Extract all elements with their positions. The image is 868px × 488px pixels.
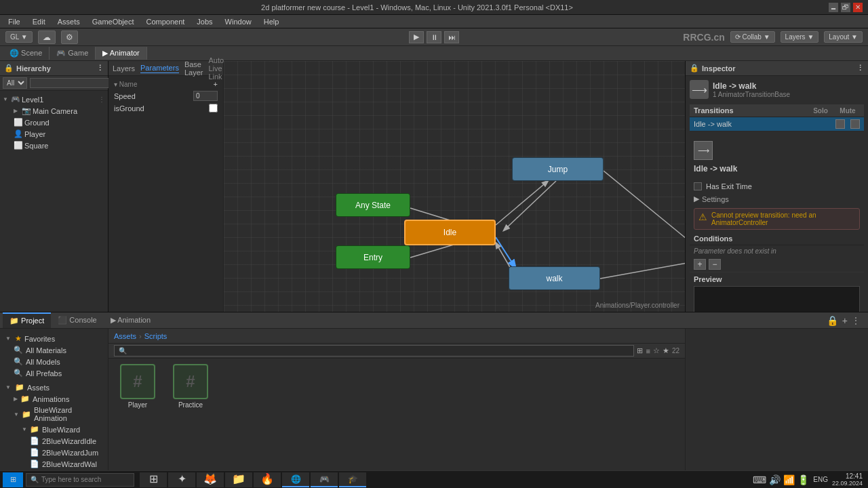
walk-file[interactable]: 📄 2BlueWizardWal [3,458,105,470]
animations-folder[interactable]: ▶ 📁 Animations [3,393,105,405]
mute-checkbox[interactable] [850,119,860,129]
all-prefabs-item[interactable]: 🔍 All Prefabs [3,367,105,379]
hierarchy-item-ground[interactable]: ⬜ Ground [0,117,108,128]
jump-file[interactable]: 📄 2BlueWizardJum [3,447,105,458]
taskbar-search[interactable]: 🔍 Type here to search [26,473,134,487]
state-any-state[interactable]: Any State [336,193,410,217]
hierarchy-dropdown[interactable]: All [3,77,27,89]
taskbar-app-explorer[interactable]: ⊞ [140,472,167,487]
taskbar-app-special[interactable]: ✦ [168,472,195,487]
maximize-button[interactable]: 🗗 [841,3,850,12]
transition-name: Idle -> walk [713,81,790,91]
tray-icon4[interactable]: 🔋 [797,474,809,485]
settings-row[interactable]: ▶ Settings [690,192,864,205]
level1-menu[interactable]: ⋮ [98,96,105,103]
has-exit-checkbox[interactable] [694,182,702,190]
hierarchy-item-level1[interactable]: ▼ 🎮 Level1 ⋮ [0,94,108,105]
settings-button[interactable]: ⚙ [61,30,78,44]
close-button[interactable]: ✕ [853,3,863,12]
view-icon2[interactable]: ≡ [646,347,650,355]
state-idle[interactable]: Idle [404,220,496,245]
add-condition-btn[interactable]: + [694,259,706,270]
bluewizard-anim-folder[interactable]: ▼ 📁 BlueWizard Animation [3,405,105,424]
file-practice[interactable]: # Practice [167,364,214,409]
project-search-input[interactable] [114,345,634,357]
favorites-header[interactable]: ▼ ★ Favorites [3,333,105,344]
transitions-header[interactable]: Transitions Solo Mute [690,104,864,117]
anim-arrow: ▶ [14,396,18,402]
taskbar-app-fire[interactable]: 🔥 [254,472,281,487]
start-button[interactable]: ⊞ [3,472,23,487]
parameters-tab[interactable]: Parameters [140,64,179,73]
pause-button[interactable]: ⏸ [427,31,441,43]
ground-icon: ⬜ [14,118,23,127]
filter-icon[interactable]: ☆ [653,346,660,355]
tray-icon1[interactable]: ⌨ [753,474,766,485]
taskbar-app-chrome[interactable]: 🌐 [282,472,309,487]
tab-project[interactable]: 📁 Project [3,312,51,328]
gl-button[interactable]: GL ▼ [5,31,33,43]
remove-condition-btn[interactable]: − [709,259,721,270]
state-walk[interactable]: walk [509,266,600,290]
menu-help[interactable]: Help [258,16,285,27]
taskbar-app-browser[interactable]: 🦊 [197,472,224,487]
menu-window[interactable]: Window [220,16,257,27]
tab-animator[interactable]: ▶ Animator [96,47,146,60]
hierarchy-item-square[interactable]: ⬜ Square [0,140,108,151]
all-materials-item[interactable]: 🔍 All Materials [3,344,105,356]
tab-animation[interactable]: ▶ Animation [104,313,157,327]
add-param-btn[interactable]: + [214,80,218,88]
assets-header[interactable]: ▼ 📁 Assets [3,382,105,393]
minimize-button[interactable]: 🗕 [829,3,838,12]
menu-gameobject[interactable]: GameObject [87,16,140,27]
tray-icon3[interactable]: 📶 [783,474,795,485]
file-player[interactable]: # Player [114,364,161,409]
all-models-item[interactable]: 🔍 All Models [3,356,105,367]
idle-file[interactable]: 📄 2BlueWizardIdle [3,435,105,447]
menu-edit[interactable]: Edit [27,16,51,27]
warning-icon: ⚠ [698,211,707,222]
state-jump[interactable]: Jump [512,157,604,181]
tab-game[interactable]: 🎮 Game [50,47,96,60]
tray-icon2[interactable]: 🔊 [769,474,781,485]
breadcrumb-scripts[interactable]: Scripts [144,332,167,340]
step-button[interactable]: ⏭ [444,31,459,43]
hierarchy-item-maincamera[interactable]: ▶ 📷 Main Camera [0,105,108,117]
layers-tab[interactable]: Layers [113,64,135,73]
solo-checkbox[interactable] [835,119,845,129]
bottom-menu-btn[interactable]: ⋮ [852,316,860,325]
menu-file[interactable]: File [3,16,26,27]
param-isground[interactable]: isGround [111,102,220,114]
state-entry[interactable]: Entry [336,245,410,269]
menu-jobs[interactable]: Jobs [191,16,218,27]
view-icon1[interactable]: ⊞ [637,346,643,355]
baselayer-tab[interactable]: Base Layer [184,60,203,77]
hierarchy-menu-icon[interactable]: ⋮ [96,64,104,73]
bottom-add-btn[interactable]: + [842,315,848,326]
menu-component[interactable]: Component [140,16,190,27]
speed-input[interactable] [193,91,218,101]
taskbar-app-unity2[interactable]: 🎓 [339,472,366,487]
isground-check [209,104,218,113]
param-speed[interactable]: Speed [111,89,220,102]
transition-row-item[interactable]: Idle -> walk [690,117,864,131]
tab-scene[interactable]: 🌐 Scene [3,47,50,60]
cloud-button[interactable]: ☁ [38,30,56,44]
layout-button[interactable]: Layout ▼ [824,31,863,43]
layers-button[interactable]: Layers ▼ [781,31,819,43]
taskbar-app-unity[interactable]: 🎮 [311,472,338,487]
breadcrumb-assets[interactable]: Assets [114,332,136,340]
taskbar-app-files[interactable]: 📁 [225,472,252,487]
bottom-lock-btn[interactable]: 🔒 [827,315,838,326]
star-filter[interactable]: ★ [663,346,669,355]
tab-console[interactable]: ⬛ Console [51,313,103,327]
collab-button[interactable]: ⟳ Collab ▼ [730,31,775,43]
play-button[interactable]: ▶ [409,31,424,43]
menu-assets[interactable]: Assets [52,16,85,27]
isground-checkbox[interactable] [209,104,218,113]
title-text: 2d platformer new course - Level1 - Wind… [5,3,829,12]
hierarchy-item-player[interactable]: 👤 Player [0,128,108,140]
animator-canvas[interactable]: Any State Entry Idle Jump [224,61,685,312]
bluewizard-folder[interactable]: ▼ 📁 BlueWizard [3,424,105,435]
inspector-menu[interactable]: ⋮ [856,64,864,73]
